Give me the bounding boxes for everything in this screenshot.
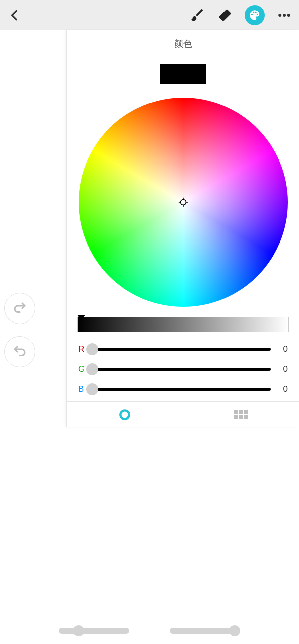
rgb-label-r: R — [78, 344, 86, 354]
tab-color-grid[interactable] — [183, 402, 299, 427]
top-toolbar — [0, 0, 299, 30]
color-panel-title: 颜色 — [67, 30, 299, 57]
rgb-row-b: B 0 — [67, 379, 299, 399]
rgb-thumb-b[interactable] — [86, 383, 98, 395]
redo-icon — [12, 301, 27, 316]
toolbar-tools — [188, 5, 293, 25]
svg-rect-10 — [239, 410, 243, 414]
rgb-row-g: G 0 — [67, 359, 299, 379]
brush-tool[interactable] — [188, 7, 205, 24]
bottom-sliders — [0, 628, 299, 634]
canvas-stage: 颜色 R 0 G 0 B 0 — [0, 30, 299, 644]
color-wheel-crosshair — [178, 197, 189, 208]
svg-point-0 — [278, 14, 281, 17]
brush-size-slider[interactable] — [59, 628, 129, 634]
rgb-row-r: R 0 — [67, 339, 299, 359]
undo-icon — [12, 344, 27, 359]
brush-icon — [189, 8, 204, 23]
back-button[interactable] — [6, 7, 23, 24]
rgb-thumb-r[interactable] — [86, 343, 98, 355]
svg-point-2 — [287, 14, 290, 17]
more-icon — [277, 8, 292, 23]
palette-tool[interactable] — [245, 5, 265, 25]
wheel-tab-icon — [118, 408, 131, 421]
brightness-slider[interactable] — [77, 317, 289, 332]
svg-rect-12 — [234, 415, 238, 419]
rgb-label-g: G — [78, 364, 86, 374]
rgb-label-b: B — [78, 384, 86, 394]
rgb-slider-r[interactable] — [92, 348, 271, 351]
color-panel: 颜色 R 0 G 0 B 0 — [66, 30, 299, 427]
rgb-thumb-g[interactable] — [86, 363, 98, 375]
color-panel-tabs — [67, 401, 299, 427]
rgb-slider-g[interactable] — [92, 368, 271, 371]
eraser-icon — [217, 8, 233, 23]
brush-opacity-thumb[interactable] — [229, 625, 240, 636]
more-button[interactable] — [276, 7, 293, 24]
svg-point-3 — [180, 200, 186, 205]
brush-opacity-slider[interactable] — [170, 628, 240, 634]
brightness-slider-row — [67, 317, 299, 339]
color-wheel-wrap — [67, 87, 299, 317]
svg-rect-14 — [244, 415, 248, 419]
undo-button[interactable] — [4, 336, 35, 367]
svg-rect-13 — [239, 415, 243, 419]
svg-point-8 — [120, 410, 129, 419]
rgb-value-b: 0 — [277, 384, 288, 394]
back-icon — [8, 9, 21, 22]
brush-size-thumb[interactable] — [73, 625, 84, 636]
palette-icon — [248, 9, 261, 22]
rgb-value-g: 0 — [277, 364, 288, 374]
eraser-tool[interactable] — [216, 7, 234, 24]
tab-color-wheel[interactable] — [67, 402, 183, 427]
svg-rect-11 — [244, 410, 248, 414]
current-color-swatch[interactable] — [160, 64, 206, 84]
redo-button[interactable] — [4, 293, 35, 324]
color-wheel[interactable] — [79, 98, 288, 307]
svg-rect-9 — [234, 410, 238, 414]
rgb-value-r: 0 — [277, 344, 288, 354]
current-color-row — [67, 57, 299, 87]
brightness-pointer[interactable] — [77, 315, 85, 321]
grid-tab-icon — [234, 410, 248, 419]
svg-point-1 — [283, 14, 286, 17]
rgb-slider-b[interactable] — [92, 388, 271, 391]
